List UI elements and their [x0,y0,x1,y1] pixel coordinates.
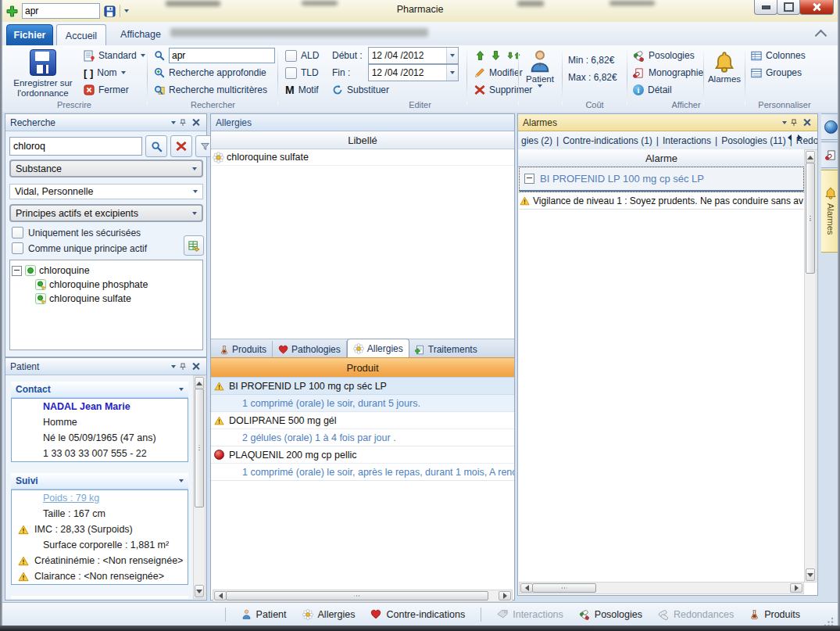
scrollbar-thumb[interactable] [532,583,596,593]
scroll-left-button[interactable] [214,591,227,601]
product-posology[interactable]: 1 comprimé (orale) le soir, après le rep… [211,464,514,481]
ribbon-search-input[interactable] [169,48,275,63]
recherche-multicriteres-button[interactable]: Recherche multicritères [151,81,278,99]
alarm-group-row[interactable]: BI PROFENID LP 100 mg cp séc LP [520,167,803,192]
fin-date-field[interactable]: 12 /04 /2012 [368,64,459,81]
product-row[interactable]: BI PROFENID LP 100 mg cp séc LP [211,377,514,395]
ald-checkbox[interactable]: ALD [282,47,326,64]
scroll-up-button[interactable] [195,377,204,389]
product-row[interactable]: DOLIPRANE 500 mg gél [211,412,514,429]
contact-section-header[interactable]: Contact [11,382,188,398]
date-dropdown-button[interactable] [446,48,458,63]
status-posologies[interactable]: Posologies [579,609,642,620]
tabs-scroll-left-icon[interactable] [788,134,792,141]
search-go-button[interactable] [145,135,167,157]
alarme-column-header[interactable]: Alarme [518,149,805,167]
fermer-button[interactable]: Fermer [80,81,148,99]
products-hscrollbar[interactable] [213,590,513,602]
alarm-row[interactable]: Vigilance de niveau 1 : Soyez prudents. … [520,193,803,210]
maximize-button[interactable] [777,0,800,15]
minimize-button[interactable] [754,0,777,15]
detail-button[interactable]: i Détail [630,81,706,99]
scroll-right-button[interactable] [790,583,802,593]
status-patient[interactable]: Patient [241,609,287,620]
date-dropdown-button[interactable] [446,65,458,81]
substance-search-input[interactable] [9,137,142,156]
alarm-tab-allergies[interactable]: gies (2) [521,135,552,146]
tree-node-root[interactable]: chloroquine [12,264,201,278]
pin-icon[interactable] [790,119,798,127]
tree-node-child[interactable]: chloroquine sulfate [12,292,201,306]
scrollbar-thumb[interactable] [226,591,488,601]
collapse-group-icon[interactable] [524,174,534,184]
substituer-button[interactable]: Substituer [329,81,462,99]
product-posology[interactable]: 1 comprimé (orale) le soir, durant 5 jou… [211,395,514,412]
search-clear-button[interactable] [170,135,192,157]
tab-traitements[interactable]: Traitements [409,341,483,358]
status-produits[interactable]: Produits [749,609,800,620]
pin-icon[interactable] [179,119,187,127]
posologies-button[interactable]: Posologies [630,47,706,64]
nom-button[interactable]: [ ] Nom [80,64,148,81]
antecedents-section-header[interactable]: Antécédents [11,596,188,599]
tree-node-child[interactable]: chloroquine phosphate [12,278,201,292]
product-posology[interactable]: 2 gélules (orale) 1 à 4 fois par jour . [211,429,514,446]
suivi-section-header[interactable]: Suivi [11,473,188,489]
motif-button[interactable]: MMotif [282,81,326,99]
scroll-right-button[interactable] [499,591,511,601]
filter-principes-dropdown[interactable]: Principes actifs et excipients [9,204,203,222]
product-row[interactable]: PLAQUENIL 200 mg cp pellic [211,446,514,464]
alarmes-button[interactable]: Alarmes [705,48,744,84]
scroll-down-button[interactable] [195,585,204,597]
groupes-button[interactable]: Groupes [748,64,809,81]
panel-close-icon[interactable] [192,119,199,126]
tab-allergies[interactable]: Allergies [347,339,409,358]
tabs-scroll-right-icon[interactable] [798,134,802,141]
standard-button[interactable]: Standard [80,47,148,64]
status-redondances[interactable]: Redondances [658,609,734,620]
close-button[interactable] [799,0,834,15]
tld-checkbox[interactable]: TLD [282,64,326,81]
status-contre-indications[interactable]: Contre-indications [370,609,465,620]
alarm-tab-contre-indications[interactable]: Contre-indications (1) [563,135,652,146]
panel-close-icon[interactable] [192,363,199,370]
alarm-tab-interactions[interactable]: Interactions [663,135,711,146]
tab-fichier[interactable]: Fichier [6,24,53,46]
allergy-row[interactable]: chloroquine sulfate [211,149,514,166]
export-table-button[interactable] [184,235,204,256]
save-prescription-button[interactable]: Enregistrer sur l'ordonnance [9,47,77,99]
colonnes-button[interactable]: Colonnes [748,47,809,64]
alarmes-vscrollbar[interactable] [804,149,817,583]
scroll-down-button[interactable] [806,568,815,581]
tab-affichage[interactable]: Affichage [113,24,168,45]
panel-menu-icon[interactable] [171,121,176,124]
principe-unique-checkbox[interactable]: Comme unique principe actif [12,242,168,254]
scroll-left-button[interactable] [520,583,533,593]
collapse-ribbon-icon[interactable] [815,30,827,42]
scrollbar-thumb[interactable] [195,389,204,507]
monographie-button[interactable]: Monographie [630,64,706,81]
securisees-checkbox[interactable]: Uniquement les sécurisées [12,227,141,238]
poids-link[interactable]: Poids : 79 kg [43,493,99,504]
alarmes-hscrollbar[interactable] [519,582,804,594]
tab-pathologies[interactable]: Pathologies [273,341,347,358]
scrollbar-thumb[interactable] [806,163,815,274]
patient-button[interactable]: Patient [520,47,560,88]
scroll-up-button[interactable] [806,151,815,163]
panel-menu-icon[interactable] [171,365,176,368]
produit-column-header[interactable]: Produit [211,357,514,378]
panel-menu-icon[interactable] [782,121,787,124]
recherche-approfondie-button[interactable]: Recherche approfondie [151,64,278,81]
tab-produits[interactable]: Produits [214,341,273,358]
tab-accueil[interactable]: Accueil [56,24,106,46]
arrow-down-icon[interactable] [491,50,500,61]
status-interactions[interactable]: Interactions [497,609,563,620]
arrow-up-icon[interactable] [476,50,484,61]
libelle-column-header[interactable]: Libellé [211,131,514,149]
status-allergies[interactable]: Allergies [302,609,356,620]
pin-icon[interactable] [179,363,187,371]
alarm-tab-posologies[interactable]: Posologies (11) [721,135,786,146]
collapse-node-icon[interactable] [12,266,22,276]
filter-source-dropdown[interactable]: Vidal, Personnelle [9,184,203,199]
panel-close-icon[interactable] [803,119,810,126]
